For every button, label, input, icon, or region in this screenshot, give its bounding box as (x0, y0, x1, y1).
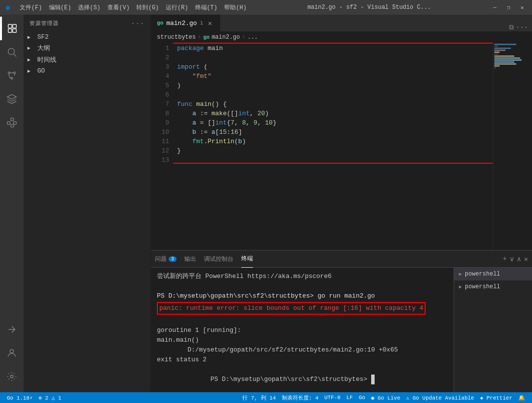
status-golive[interactable]: ◉ Go Live (368, 392, 403, 403)
panel-side-label1: powershell (465, 271, 500, 277)
status-position[interactable]: 行 7, 列 14 (239, 392, 279, 403)
activity-settings[interactable] (0, 365, 24, 388)
terminal-cursor (371, 375, 375, 384)
activity-remote[interactable] (0, 318, 24, 341)
activity-scm[interactable] (0, 64, 24, 87)
activity-account[interactable] (0, 341, 24, 365)
svg-point-14 (10, 375, 13, 378)
menu-select[interactable]: 选择(S) (75, 2, 103, 13)
activity-extensions[interactable] (0, 111, 24, 134)
panel-tab-terminal[interactable]: 终端 (241, 251, 253, 268)
sidebar-arrow-timeline: ▶ (27, 57, 35, 63)
menu-terminal[interactable]: 终端(T) (192, 2, 221, 13)
panel-tab-debug[interactable]: 调试控制台 (204, 251, 233, 268)
panel-tab-problems-label: 问题 (155, 255, 167, 263)
status-errors[interactable]: ⊗ 2 △ 1 (36, 392, 64, 403)
breadcrumb-structbytes[interactable]: structbytes (157, 34, 196, 41)
status-prettier[interactable]: ◈ Prettier (477, 392, 515, 403)
status-update[interactable]: ⚠ Go Update Available (403, 392, 477, 403)
terminal-blank1 (157, 281, 448, 291)
minimize-button[interactable]: — (489, 3, 501, 12)
close-button[interactable]: ✕ (516, 3, 528, 12)
tab-close-button[interactable]: ✕ (206, 19, 214, 27)
panel-add-icon[interactable]: + (503, 255, 507, 263)
svg-point-13 (10, 350, 13, 353)
breadcrumb-main2go[interactable]: main2.go (212, 34, 240, 41)
terminal-content[interactable]: 尝试新的跨平台 PowerShell https://aka.ms/pscore… (151, 268, 454, 392)
sidebar-item-sf2[interactable]: ▶ SF2 (24, 32, 151, 42)
window-title: main2.go - sf2 - Visual Studio C... (254, 4, 484, 11)
activity-bar (0, 15, 24, 392)
menu-view[interactable]: 查看(V) (104, 2, 133, 13)
menu-file[interactable]: 文件(F) (17, 2, 45, 13)
activity-search[interactable] (0, 40, 24, 64)
code-editor[interactable]: 12345 678910 111213 package main import … (151, 43, 493, 250)
code-line-9: a = []int{7, 8, 9, 10} (177, 118, 493, 127)
terminal-command: PS D:\mysetup\gopath\src\sf2\structbytes… (157, 291, 448, 301)
go-file-icon: go (157, 20, 163, 26)
activity-explorer[interactable] (0, 17, 24, 40)
svg-rect-1 (13, 25, 16, 28)
svg-rect-12 (11, 125, 14, 127)
terminal-error-box: panic: runtime error: slice bounds out o… (157, 302, 426, 315)
menu-help[interactable]: 帮助(H) (221, 2, 250, 13)
sidebar: 资源管理器 ··· ▶ SF2 ▶ 大纲 ▶ 时间线 ▶ GO (24, 15, 151, 392)
terminal-main-path: D:/mysetup/gopath/src/sf2/structbytes/ma… (157, 345, 448, 355)
sidebar-arrow-outline: ▶ (27, 45, 35, 51)
panel-tab-output-label: 输出 (184, 255, 196, 263)
status-language[interactable]: Go (356, 392, 368, 403)
status-encoding[interactable]: UTF-8 (321, 392, 343, 403)
menu-edit[interactable]: 编辑(E) (46, 2, 75, 13)
code-line-4: "fmt" (177, 72, 493, 81)
activity-debug[interactable] (0, 87, 24, 111)
status-branch[interactable]: Go 1.18⚡ (4, 392, 36, 403)
menu-run[interactable]: 运行(R) (163, 2, 191, 13)
maximize-button[interactable]: ❐ (503, 3, 514, 12)
panel-side-powershell1[interactable]: ▶ powershell (454, 268, 532, 280)
panel: 问题 3 输出 调试控制台 终端 + ∨ ∧ (151, 250, 532, 392)
panel-tab-output[interactable]: 输出 (184, 251, 196, 268)
code-line-8: a := make([]int, 20) (177, 109, 493, 118)
sidebar-item-timeline[interactable]: ▶ 时间线 (24, 54, 151, 66)
panel-tab-problems[interactable]: 问题 3 (155, 251, 177, 268)
panel-chevron-up-icon[interactable]: ∧ (517, 255, 521, 263)
svg-point-6 (8, 72, 10, 74)
code-line-5: ) (177, 81, 493, 90)
svg-rect-10 (11, 118, 14, 121)
status-bar: Go 1.18⚡ ⊗ 2 △ 1 行 7, 列 14 制表符长度: 4 UTF-… (0, 392, 532, 403)
window-controls[interactable]: — ❐ ✕ (489, 3, 528, 12)
status-branch-label: Go 1.18⚡ (7, 395, 33, 401)
sidebar-more-icon[interactable]: ··· (131, 20, 145, 27)
tab-label: main2.go (166, 20, 197, 27)
panel-side-powershell2[interactable]: ▶ powershell (454, 280, 532, 293)
status-eol[interactable]: LF (343, 392, 355, 403)
panel-tab-problems-badge: 3 (169, 256, 177, 262)
sidebar-item-go[interactable]: ▶ GO (24, 66, 151, 76)
more-actions-icon[interactable]: ··· (516, 24, 528, 31)
code-line-6 (177, 90, 493, 100)
code-line-12: } (177, 146, 493, 155)
code-lines[interactable]: package main import ( "fmt" ) func main(… (173, 43, 493, 250)
status-encoding-label: UTF-8 (324, 395, 340, 401)
panel-close-icon[interactable]: ✕ (524, 255, 528, 263)
split-editor-icon[interactable]: ⧉ (509, 24, 514, 31)
main-layout: 资源管理器 ··· ▶ SF2 ▶ 大纲 ▶ 时间线 ▶ GO go main2… (0, 15, 532, 392)
sidebar-header-actions[interactable]: ··· (131, 20, 145, 27)
vscode-icon: ◈ (4, 3, 12, 11)
status-indent[interactable]: 制表符长度: 4 (279, 392, 322, 403)
status-prettier-label: ◈ Prettier (480, 395, 512, 401)
svg-rect-3 (13, 29, 16, 32)
panel-tabs: 问题 3 输出 调试控制台 终端 + ∨ ∧ (151, 251, 532, 268)
tab-main2go[interactable]: go main2.go 1 ✕ (151, 15, 220, 31)
breadcrumb-go-icon: go (203, 34, 209, 40)
menu-bar[interactable]: 文件(F) 编辑(E) 选择(S) 查看(V) 转到(G) 运行(R) 终端(T… (17, 2, 250, 13)
menu-goto[interactable]: 转到(G) (133, 2, 162, 13)
status-notifications[interactable]: 🔔 (515, 392, 528, 403)
sidebar-item-outline[interactable]: ▶ 大纲 (24, 42, 151, 54)
terminal-goroutine: goroutine 1 [running]: (157, 326, 448, 335)
panel-side-arrow2: ▶ (459, 284, 462, 290)
breadcrumb-ellipsis[interactable]: ... (247, 34, 258, 41)
panel-actions[interactable]: + ∨ ∧ ✕ (503, 255, 528, 263)
tab-bar-actions[interactable]: ⧉ ··· (505, 24, 532, 31)
panel-chevron-down-icon[interactable]: ∨ (510, 255, 514, 263)
